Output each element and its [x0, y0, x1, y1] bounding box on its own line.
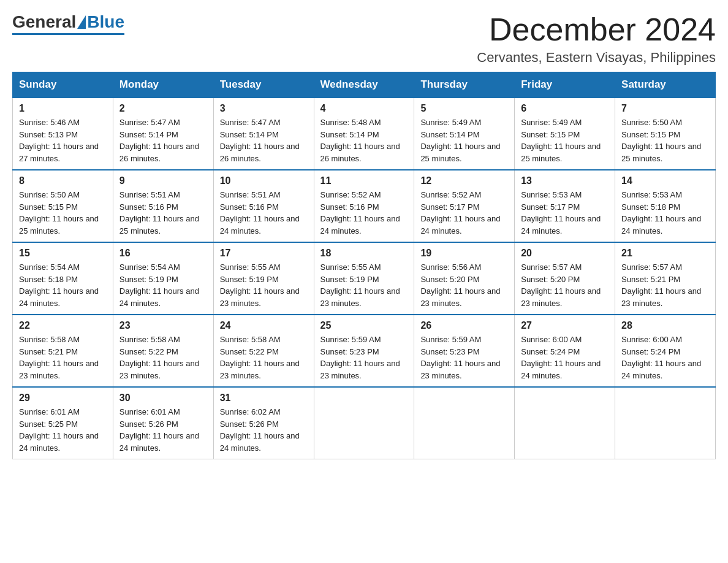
day-info: Sunrise: 5:47 AMSunset: 5:14 PMDaylight:… — [220, 118, 300, 163]
calendar-header-monday: Monday — [113, 72, 213, 98]
day-info: Sunrise: 5:50 AMSunset: 5:15 PMDaylight:… — [19, 190, 99, 236]
day-info: Sunrise: 5:54 AMSunset: 5:18 PMDaylight:… — [19, 262, 99, 308]
calendar-week-row: 1 Sunrise: 5:46 AMSunset: 5:13 PMDayligh… — [13, 98, 716, 170]
day-number: 31 — [220, 393, 308, 404]
day-info: Sunrise: 5:46 AMSunset: 5:13 PMDaylight:… — [19, 118, 99, 163]
day-number: 15 — [19, 248, 107, 259]
page-title: December 2024 — [477, 12, 716, 47]
calendar-cell: 15 Sunrise: 5:54 AMSunset: 5:18 PMDaylig… — [13, 242, 113, 315]
calendar-cell: 17 Sunrise: 5:55 AMSunset: 5:19 PMDaylig… — [213, 242, 314, 315]
calendar-cell — [615, 387, 716, 459]
calendar-cell: 26 Sunrise: 5:59 AMSunset: 5:23 PMDaylig… — [414, 315, 515, 387]
calendar-header-row: SundayMondayTuesdayWednesdayThursdayFrid… — [13, 72, 716, 98]
calendar-cell: 31 Sunrise: 6:02 AMSunset: 5:26 PMDaylig… — [213, 387, 314, 459]
day-info: Sunrise: 5:51 AMSunset: 5:16 PMDaylight:… — [220, 190, 300, 236]
calendar-cell: 29 Sunrise: 6:01 AMSunset: 5:25 PMDaylig… — [13, 387, 113, 459]
day-info: Sunrise: 5:57 AMSunset: 5:21 PMDaylight:… — [621, 262, 701, 308]
day-number: 22 — [19, 320, 107, 331]
day-number: 8 — [19, 175, 107, 186]
calendar-week-row: 15 Sunrise: 5:54 AMSunset: 5:18 PMDaylig… — [13, 242, 716, 315]
day-number: 20 — [521, 248, 609, 259]
calendar-week-row: 29 Sunrise: 6:01 AMSunset: 5:25 PMDaylig… — [13, 387, 716, 459]
page-subtitle: Cervantes, Eastern Visayas, Philippines — [477, 50, 716, 66]
day-info: Sunrise: 5:56 AMSunset: 5:20 PMDaylight:… — [420, 262, 500, 308]
day-info: Sunrise: 5:59 AMSunset: 5:23 PMDaylight:… — [420, 335, 500, 380]
calendar-cell: 14 Sunrise: 5:53 AMSunset: 5:18 PMDaylig… — [615, 170, 716, 242]
day-info: Sunrise: 5:53 AMSunset: 5:17 PMDaylight:… — [521, 190, 601, 236]
day-info: Sunrise: 5:49 AMSunset: 5:14 PMDaylight:… — [420, 118, 500, 163]
calendar-cell: 11 Sunrise: 5:52 AMSunset: 5:16 PMDaylig… — [314, 170, 414, 242]
day-number: 24 — [220, 320, 308, 331]
title-area: December 2024 Cervantes, Eastern Visayas… — [477, 12, 716, 66]
calendar-header-sunday: Sunday — [13, 72, 113, 98]
calendar-cell: 8 Sunrise: 5:50 AMSunset: 5:15 PMDayligh… — [13, 170, 113, 242]
day-number: 13 — [521, 175, 609, 186]
calendar-cell: 1 Sunrise: 5:46 AMSunset: 5:13 PMDayligh… — [13, 98, 113, 170]
day-number: 30 — [119, 393, 207, 404]
calendar-cell: 20 Sunrise: 5:57 AMSunset: 5:20 PMDaylig… — [515, 242, 615, 315]
day-info: Sunrise: 5:53 AMSunset: 5:18 PMDaylight:… — [621, 190, 701, 236]
calendar-cell: 2 Sunrise: 5:47 AMSunset: 5:14 PMDayligh… — [113, 98, 213, 170]
calendar-week-row: 22 Sunrise: 5:58 AMSunset: 5:21 PMDaylig… — [13, 315, 716, 387]
calendar-cell: 19 Sunrise: 5:56 AMSunset: 5:20 PMDaylig… — [414, 242, 515, 315]
day-info: Sunrise: 5:55 AMSunset: 5:19 PMDaylight:… — [320, 262, 400, 308]
page-header: General Blue December 2024 Cervantes, Ea… — [12, 12, 716, 66]
day-number: 11 — [320, 175, 408, 186]
day-number: 5 — [420, 103, 508, 114]
calendar-cell: 13 Sunrise: 5:53 AMSunset: 5:17 PMDaylig… — [515, 170, 615, 242]
calendar-cell: 28 Sunrise: 6:00 AMSunset: 5:24 PMDaylig… — [615, 315, 716, 387]
day-info: Sunrise: 5:47 AMSunset: 5:14 PMDaylight:… — [119, 118, 199, 163]
calendar-header-saturday: Saturday — [615, 72, 716, 98]
calendar-cell — [314, 387, 414, 459]
day-number: 18 — [320, 248, 408, 259]
day-info: Sunrise: 5:49 AMSunset: 5:15 PMDaylight:… — [521, 118, 601, 163]
calendar-table: SundayMondayTuesdayWednesdayThursdayFrid… — [12, 72, 716, 459]
day-number: 1 — [19, 103, 107, 114]
day-info: Sunrise: 5:54 AMSunset: 5:19 PMDaylight:… — [119, 262, 199, 308]
calendar-cell: 23 Sunrise: 5:58 AMSunset: 5:22 PMDaylig… — [113, 315, 213, 387]
day-info: Sunrise: 6:01 AMSunset: 5:26 PMDaylight:… — [119, 407, 199, 453]
day-number: 16 — [119, 248, 207, 259]
day-info: Sunrise: 5:55 AMSunset: 5:19 PMDaylight:… — [220, 262, 300, 308]
logo: General Blue — [12, 12, 124, 35]
day-number: 17 — [220, 248, 308, 259]
day-number: 2 — [119, 103, 207, 114]
calendar-week-row: 8 Sunrise: 5:50 AMSunset: 5:15 PMDayligh… — [13, 170, 716, 242]
day-info: Sunrise: 6:00 AMSunset: 5:24 PMDaylight:… — [621, 335, 701, 380]
day-info: Sunrise: 5:52 AMSunset: 5:17 PMDaylight:… — [420, 190, 500, 236]
day-info: Sunrise: 6:01 AMSunset: 5:25 PMDaylight:… — [19, 407, 99, 453]
day-info: Sunrise: 5:58 AMSunset: 5:22 PMDaylight:… — [119, 335, 199, 380]
logo-triangle-icon — [77, 15, 86, 29]
calendar-cell: 24 Sunrise: 5:58 AMSunset: 5:22 PMDaylig… — [213, 315, 314, 387]
calendar-cell: 22 Sunrise: 5:58 AMSunset: 5:21 PMDaylig… — [13, 315, 113, 387]
logo-underline — [12, 33, 124, 35]
day-info: Sunrise: 5:58 AMSunset: 5:22 PMDaylight:… — [220, 335, 300, 380]
calendar-cell: 9 Sunrise: 5:51 AMSunset: 5:16 PMDayligh… — [113, 170, 213, 242]
day-number: 25 — [320, 320, 408, 331]
day-number: 3 — [220, 103, 308, 114]
calendar-cell: 10 Sunrise: 5:51 AMSunset: 5:16 PMDaylig… — [213, 170, 314, 242]
calendar-cell: 30 Sunrise: 6:01 AMSunset: 5:26 PMDaylig… — [113, 387, 213, 459]
day-info: Sunrise: 5:48 AMSunset: 5:14 PMDaylight:… — [320, 118, 400, 163]
day-number: 12 — [420, 175, 508, 186]
calendar-cell — [515, 387, 615, 459]
logo-general-text: General — [12, 12, 76, 32]
day-number: 19 — [420, 248, 508, 259]
day-info: Sunrise: 5:59 AMSunset: 5:23 PMDaylight:… — [320, 335, 400, 380]
day-info: Sunrise: 5:58 AMSunset: 5:21 PMDaylight:… — [19, 335, 99, 380]
day-number: 6 — [521, 103, 609, 114]
calendar-header-friday: Friday — [515, 72, 615, 98]
day-number: 10 — [220, 175, 308, 186]
day-info: Sunrise: 5:52 AMSunset: 5:16 PMDaylight:… — [320, 190, 400, 236]
day-number: 29 — [19, 393, 107, 404]
calendar-cell — [414, 387, 515, 459]
day-number: 9 — [119, 175, 207, 186]
calendar-cell: 6 Sunrise: 5:49 AMSunset: 5:15 PMDayligh… — [515, 98, 615, 170]
calendar-cell: 16 Sunrise: 5:54 AMSunset: 5:19 PMDaylig… — [113, 242, 213, 315]
day-number: 26 — [420, 320, 508, 331]
calendar-cell: 25 Sunrise: 5:59 AMSunset: 5:23 PMDaylig… — [314, 315, 414, 387]
calendar-cell: 27 Sunrise: 6:00 AMSunset: 5:24 PMDaylig… — [515, 315, 615, 387]
day-info: Sunrise: 6:00 AMSunset: 5:24 PMDaylight:… — [521, 335, 601, 380]
calendar-header-thursday: Thursday — [414, 72, 515, 98]
calendar-cell: 21 Sunrise: 5:57 AMSunset: 5:21 PMDaylig… — [615, 242, 716, 315]
